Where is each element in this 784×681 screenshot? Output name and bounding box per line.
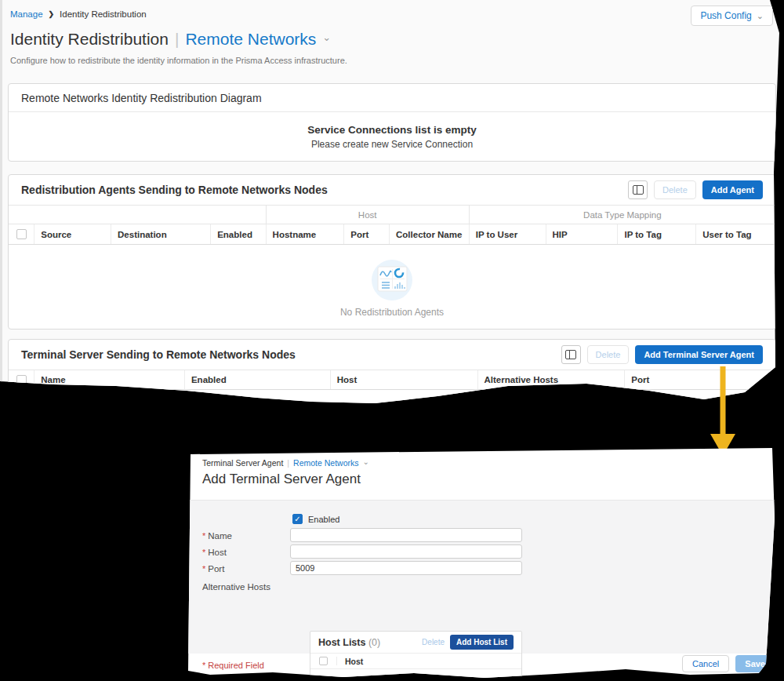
enabled-field: ✓ Enabled <box>292 514 339 524</box>
agents-empty-state: No Redistribution Agents <box>9 245 775 330</box>
select-all-checkbox[interactable] <box>319 657 328 665</box>
empty-charts-icon <box>369 257 415 302</box>
window-edge <box>0 0 2 392</box>
host-lists-delete-button[interactable]: Delete <box>422 638 445 646</box>
cancel-button[interactable]: Cancel <box>682 655 729 672</box>
col-port[interactable]: Port <box>625 370 775 389</box>
page-subtitle: Configure how to redistribute the identi… <box>10 56 347 65</box>
required-asterisk: * <box>202 531 205 541</box>
agents-card-title: Redistribution Agents Sending to Remote … <box>21 184 328 196</box>
push-config-button[interactable]: Push Config ⌄ <box>691 5 773 26</box>
column-settings-button[interactable] <box>561 345 581 364</box>
col-user-to-tag[interactable]: User to Tag <box>696 224 775 244</box>
col-alternative-hosts[interactable]: Alternative Hosts <box>478 370 626 389</box>
terminal-controls: Delete Add Terminal Server Agent <box>561 345 763 364</box>
breadcrumb-manage[interactable]: Manage <box>10 9 43 19</box>
terminal-card: Terminal Server Sending to Remote Networ… <box>8 339 776 408</box>
callout-arrow-icon <box>707 366 739 457</box>
select-all-checkbox[interactable] <box>16 375 27 385</box>
col-hostname[interactable]: Hostname <box>267 224 345 244</box>
agents-card-header: Redistribution Agents Sending to Remote … <box>9 175 775 205</box>
column-settings-button[interactable] <box>628 180 648 199</box>
host-label: *Host <box>202 548 227 557</box>
chevron-down-icon: ⌄ <box>757 13 764 19</box>
host-lists-title: Host Lists <box>318 637 365 648</box>
terminal-delete-button[interactable]: Delete <box>587 345 630 364</box>
title-separator: | <box>175 30 179 49</box>
name-input[interactable] <box>290 528 522 542</box>
agents-delete-button[interactable]: Delete <box>654 180 696 199</box>
required-asterisk: * <box>202 661 205 670</box>
push-config-label: Push Config <box>700 10 751 21</box>
agents-controls: Delete Add Agent <box>628 180 763 199</box>
terminal-column-header-row: Name Enabled Host Alternative Hosts Port <box>9 370 775 390</box>
group-blank <box>9 206 267 224</box>
diagram-card: Remote Networks Identity Redistribution … <box>8 83 776 162</box>
group-host: Host <box>267 206 470 224</box>
col-enabled[interactable]: Enabled <box>185 370 331 389</box>
terminal-card-title: Terminal Server Sending to Remote Networ… <box>21 348 296 361</box>
col-collector-name[interactable]: Collector Name <box>390 224 470 244</box>
save-button[interactable]: Save <box>735 655 775 672</box>
breadcrumb-separator-icon: ❯ <box>49 10 55 18</box>
breadcrumb-current: Identity Redistribution <box>60 9 147 19</box>
agents-card: Redistribution Agents Sending to Remote … <box>8 174 776 330</box>
breadcrumb: Manage ❯ Identity Redistribution <box>10 9 147 19</box>
col-destination[interactable]: Destination <box>111 224 211 244</box>
host-lists-panel: Host Lists (0) Delete Add Host List Host <box>310 631 522 681</box>
agents-group-header-row: Host Data Type Mapping <box>9 205 775 224</box>
select-all-checkbox[interactable] <box>16 229 27 239</box>
col-port[interactable]: Port <box>344 224 390 244</box>
chevron-down-icon[interactable]: ⌄ <box>363 457 369 466</box>
chevron-down-icon[interactable]: ⌄ <box>322 31 331 43</box>
host-input[interactable] <box>290 544 522 559</box>
required-asterisk: * <box>202 548 205 557</box>
checkmark-icon: ✓ <box>294 515 300 523</box>
agents-empty-text: No Redistribution Agents <box>340 307 444 318</box>
dialog-breadcrumb-primary: Terminal Server Agent <box>202 458 283 468</box>
host-lists-column-header-row: Host <box>310 653 521 669</box>
col-source[interactable]: Source <box>34 224 111 244</box>
enabled-checkbox[interactable]: ✓ <box>292 514 303 524</box>
diagram-card-title: Remote Networks Identity Redistribution … <box>21 92 262 104</box>
col-hip[interactable]: HIP <box>546 224 619 244</box>
add-agent-button[interactable]: Add Agent <box>702 180 763 199</box>
dialog-title: Add Terminal Server Agent <box>202 472 361 487</box>
page-title: Identity Redistribution | Remote Network… <box>10 30 331 49</box>
dialog-breadcrumb-separator: | <box>287 458 289 468</box>
dialog-actions: Cancel Save <box>682 655 775 672</box>
add-terminal-server-agent-dialog: Terminal Server Agent | Remote Networks … <box>188 448 776 681</box>
required-asterisk: * <box>202 564 205 574</box>
col-host[interactable]: Host <box>331 370 478 389</box>
main-screenshot: Manage ❯ Identity Redistribution Push Co… <box>0 0 784 408</box>
dialog-scope-selector[interactable]: Remote Networks <box>293 458 358 468</box>
port-input[interactable] <box>290 561 522 575</box>
col-name[interactable]: Name <box>34 370 185 389</box>
diagram-empty-state: Service Connections list is empty Please… <box>9 112 775 161</box>
host-lists-count: (0) <box>368 637 380 648</box>
dialog-breadcrumb: Terminal Server Agent | Remote Networks … <box>202 458 369 468</box>
col-host: Host <box>337 657 363 666</box>
required-note-text: Required Field <box>208 661 264 670</box>
agents-column-header-row: Source Destination Enabled Hostname Port… <box>9 224 775 245</box>
terminal-card-header: Terminal Server Sending to Remote Networ… <box>9 340 775 370</box>
group-data-type-mapping: Data Type Mapping <box>470 206 775 224</box>
name-label: *Name <box>202 531 232 541</box>
add-terminal-server-agent-button[interactable]: Add Terminal Server Agent <box>635 345 763 364</box>
add-host-list-button[interactable]: Add Host List <box>450 635 514 650</box>
required-field-note: *Required Field <box>202 661 264 670</box>
scope-selector[interactable]: Remote Networks <box>185 30 316 49</box>
col-enabled[interactable]: Enabled <box>211 224 266 244</box>
name-label-text: Name <box>208 531 232 541</box>
port-label: *Port <box>202 564 224 574</box>
host-lists-header: Host Lists (0) Delete Add Host List <box>310 632 521 653</box>
col-ip-to-tag[interactable]: IP to Tag <box>618 224 696 244</box>
col-ip-to-user[interactable]: IP to User <box>470 224 546 244</box>
port-label-text: Port <box>208 564 224 574</box>
columns-icon <box>633 185 644 195</box>
alternative-hosts-label: Alternative Hosts <box>202 582 270 592</box>
enabled-label: Enabled <box>308 515 339 524</box>
dialog-form: ✓ Enabled *Name *Host *Port Alternative … <box>188 500 776 654</box>
columns-icon <box>565 350 576 359</box>
diagram-empty-title: Service Connections list is empty <box>307 124 476 136</box>
